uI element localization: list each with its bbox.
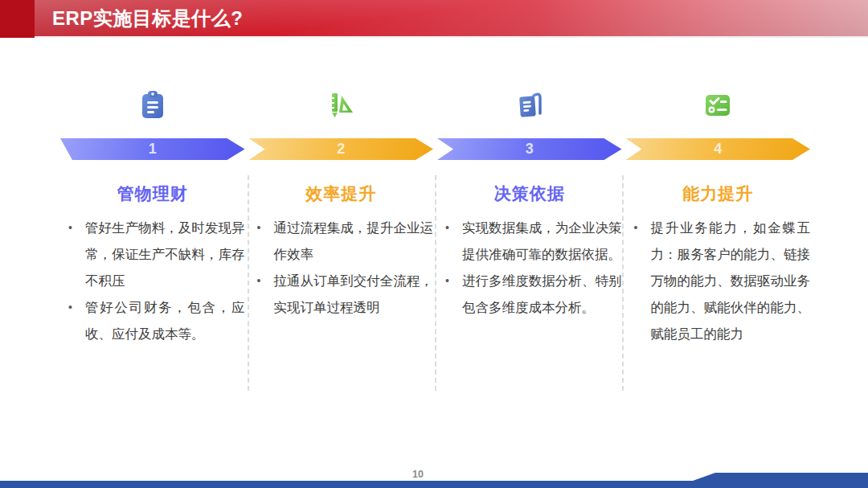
step-banner-2: 2 [249, 138, 434, 160]
page-title: ERP实施目标是什么? [52, 0, 244, 38]
column-goal-3: 3 决策依据 实现数据集成，为企业决策提供准确可靠的数据依据。 进行多维度数据分… [437, 85, 622, 347]
footer-wedge-shape [693, 473, 868, 481]
step-banner-3: 3 [437, 138, 622, 160]
step-banner-1: 1 [60, 138, 245, 160]
pencil-ruler-icon [249, 85, 434, 138]
bullet-item: 通过流程集成，提升企业运作效率 [249, 215, 434, 268]
bullet-item: 实现数据集成，为企业决策提供准确可靠的数据依据。 [437, 215, 622, 268]
step-number: 4 [714, 141, 722, 158]
bullet-list: 管好生产物料，及时发现异常，保证生产不缺料，库存不积压 管好公司财务，包含，应收… [60, 215, 245, 347]
footer-bar [0, 481, 868, 488]
bullet-list: 通过流程集成，提升企业运作效率 拉通从订单到交付全流程，实现订单过程透明 [249, 215, 434, 321]
column-divider [622, 175, 624, 391]
step-number: 1 [149, 141, 157, 158]
step-banner-4: 4 [626, 138, 811, 160]
bullet-item: 管好公司财务，包含，应收、应付及成本等。 [60, 294, 245, 347]
column-title: 能力提升 [626, 182, 811, 205]
column-divider [435, 175, 436, 391]
content-area: 1 管物理财 管好生产物料，及时发现异常，保证生产不缺料，库存不积压 管好公司财… [60, 85, 810, 347]
column-goal-1: 1 管物理财 管好生产物料，及时发现异常，保证生产不缺料，库存不积压 管好公司财… [60, 85, 245, 347]
column-goal-4: 4 能力提升 提升业务能力，如金蝶五力：服务客户的能力、链接万物的能力、数据驱动… [626, 85, 811, 347]
report-document-icon [437, 85, 622, 138]
column-title: 管物理财 [60, 182, 245, 205]
column-title: 效率提升 [249, 182, 434, 205]
header-accent-block [0, 0, 35, 38]
step-number: 2 [337, 141, 345, 158]
bullet-item: 管好生产物料，及时发现异常，保证生产不缺料，库存不积压 [60, 215, 245, 294]
bullet-item: 拉通从订单到交付全流程，实现订单过程透明 [249, 268, 434, 321]
column-goal-2: 2 效率提升 通过流程集成，提升企业运作效率 拉通从订单到交付全流程，实现订单过… [249, 85, 434, 347]
checklist-icon [626, 85, 811, 138]
slide: ERP实施目标是什么? [0, 0, 868, 488]
slide-header: ERP实施目标是什么? [0, 0, 868, 38]
clipboard-icon [60, 85, 245, 138]
bullet-list: 提升业务能力，如金蝶五力：服务客户的能力、链接万物的能力、数据驱动业务的能力、赋… [626, 215, 811, 347]
bullet-item: 提升业务能力，如金蝶五力：服务客户的能力、链接万物的能力、数据驱动业务的能力、赋… [626, 215, 811, 347]
column-title: 决策依据 [437, 182, 622, 205]
column-divider [248, 175, 249, 391]
step-number: 3 [526, 141, 534, 158]
bullet-item: 进行多维度数据分析、特别包含多维度成本分析。 [437, 268, 622, 321]
bullet-list: 实现数据集成，为企业决策提供准确可靠的数据依据。 进行多维度数据分析、特别包含多… [437, 215, 622, 321]
